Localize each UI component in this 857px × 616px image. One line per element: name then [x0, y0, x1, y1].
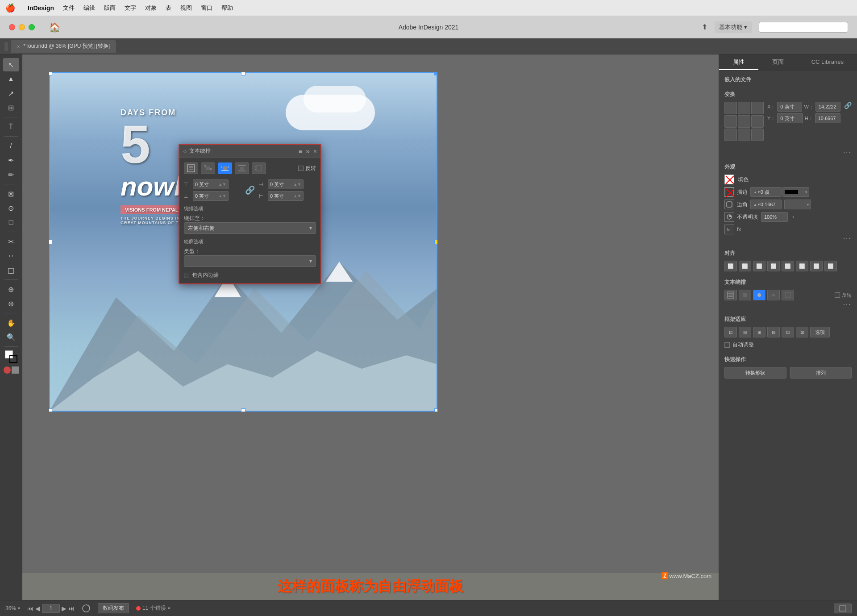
share-icon[interactable]: ⬆ — [702, 23, 707, 31]
handle-tr[interactable] — [434, 72, 437, 75]
pos-tl[interactable] — [724, 102, 737, 114]
tool-rect[interactable]: □ — [3, 216, 19, 229]
top-offset-input[interactable]: 0 英寸 ▲▼ — [193, 179, 229, 189]
menu-edit[interactable]: 编辑 — [83, 4, 95, 12]
fit-frame-to-content[interactable]: ⊟ — [739, 327, 751, 337]
wrap-none-btn[interactable] — [184, 162, 198, 174]
wrap-shape-btn[interactable] — [218, 162, 232, 174]
fit-content-to-frame[interactable]: ⊡ — [724, 327, 737, 337]
w-value[interactable]: 14.2222 — [815, 102, 840, 112]
document-tab[interactable]: × *Tour.indd @ 36% [GPU 预览] [转换] — [11, 40, 116, 53]
tool-line[interactable]: / — [3, 139, 19, 153]
fill-swatch-container[interactable] — [724, 175, 734, 184]
tool-transform[interactable]: ↔ — [3, 249, 19, 262]
pos-mr[interactable] — [751, 115, 764, 128]
preview-mode-btn[interactable] — [834, 604, 852, 613]
menu-table[interactable]: 表 — [166, 4, 171, 12]
tool-select[interactable]: ↖ — [3, 58, 19, 71]
tool-eyedropper[interactable]: ⊕ — [3, 283, 19, 296]
tool-scissors[interactable]: ✂ — [3, 235, 19, 248]
tw-none[interactable] — [724, 290, 737, 300]
canvas-area[interactable]: DAYS FROM 5 nowhe... VISIONS FROM NEPAL … — [22, 54, 719, 600]
tool-zoom[interactable]: 🔍 — [3, 330, 19, 344]
stroke-color-swatch[interactable] — [9, 355, 17, 363]
home-icon[interactable]: 🏠 — [49, 22, 60, 33]
distribute-h[interactable]: ⬜ — [810, 261, 823, 271]
preview-icon[interactable] — [4, 366, 11, 374]
right-offset-input[interactable]: 0 英寸 ▲▼ — [268, 191, 304, 201]
next-page-btn[interactable]: ▶ — [62, 605, 67, 612]
transform-more-btn[interactable]: ··· — [843, 148, 852, 156]
tw-next-col[interactable] — [782, 290, 794, 300]
current-page[interactable]: 1 — [42, 604, 60, 613]
pos-bl[interactable] — [724, 129, 737, 141]
include-inside-checkbox[interactable] — [184, 273, 189, 278]
more-opacity-icon[interactable]: › — [792, 214, 794, 220]
tw-jump[interactable] — [767, 290, 780, 300]
tool-pencil[interactable]: ✏ — [3, 168, 19, 181]
panel-gripper[interactable] — [4, 42, 8, 51]
tool-gap[interactable]: ⊞ — [3, 101, 19, 114]
wrap-bbox-btn[interactable] — [201, 162, 215, 174]
stroke-type-dropdown[interactable]: ▾ — [782, 187, 809, 197]
align-bottom[interactable]: ⬜ — [796, 261, 808, 271]
menu-file[interactable]: 文件 — [63, 4, 75, 12]
arrange-btn[interactable]: 排列 — [790, 367, 852, 379]
tool-ellipse-frame[interactable]: ⊙ — [3, 201, 19, 215]
menu-text[interactable]: 文字 — [125, 4, 136, 12]
pos-br[interactable] — [751, 129, 764, 141]
text-wrap-more-btn[interactable]: ··· — [843, 300, 852, 308]
minimize-button[interactable] — [19, 24, 25, 30]
align-center-v[interactable]: ⬜ — [782, 261, 794, 271]
tab-pages[interactable]: 页面 — [758, 54, 798, 70]
pos-tc[interactable] — [738, 102, 750, 114]
distribute-v[interactable]: ⬜ — [824, 261, 837, 271]
align-center-h[interactable]: ⬜ — [739, 261, 751, 271]
link-icon[interactable]: 🔗 — [244, 185, 256, 195]
panel-close-button[interactable]: × — [313, 148, 317, 155]
menu-view[interactable]: 视图 — [180, 4, 192, 12]
tool-direct-select[interactable]: ▲ — [3, 72, 19, 86]
wrap-to-dropdown[interactable]: 左侧和右侧 ▾ — [184, 222, 316, 234]
close-button[interactable] — [9, 24, 15, 30]
wrap-jump-btn[interactable] — [235, 162, 249, 174]
fx-button[interactable]: fx — [737, 226, 741, 233]
x-value[interactable]: 0 英寸 — [777, 102, 802, 112]
frame-fit-options-btn[interactable]: 选项 — [810, 327, 830, 337]
menu-object[interactable]: 对象 — [145, 4, 157, 12]
prev-page-btn[interactable]: ◀ — [35, 605, 40, 612]
y-value[interactable]: 0 英寸 — [777, 113, 803, 123]
center-content[interactable]: ⊡ — [782, 327, 794, 337]
app-menu[interactable]: InDesign — [28, 4, 54, 12]
first-page-btn[interactable]: ⏮ — [27, 605, 33, 612]
type-dropdown[interactable]: ▾ — [184, 255, 316, 267]
stroke-swatch-container[interactable] — [724, 187, 734, 197]
pos-bc[interactable] — [738, 129, 750, 141]
pos-tr[interactable] — [751, 102, 764, 114]
auto-adjust-checkbox[interactable] — [724, 342, 730, 348]
align-top[interactable]: ⬜ — [767, 261, 780, 271]
fill-frame-proportionally[interactable]: ⊟ — [767, 327, 780, 337]
align-left[interactable]: ⬜ — [724, 261, 737, 271]
tab-properties[interactable]: 属性 — [719, 54, 758, 70]
clear-frame-fitting[interactable]: ⊠ — [796, 327, 808, 337]
apple-menu[interactable]: 🍎 — [5, 3, 15, 13]
tool-gradient[interactable]: ◫ — [3, 263, 19, 277]
preflight-icon[interactable] — [82, 604, 91, 613]
pos-mc[interactable] — [738, 115, 750, 128]
tab-cc-libraries[interactable]: CC Libraries — [798, 54, 857, 70]
wrap-next-col-btn[interactable] — [252, 162, 266, 174]
tool-page[interactable]: ↗ — [3, 87, 19, 100]
corner-radius-input[interactable]: ▲▼ 0.1667 — [750, 200, 782, 209]
left-offset-input[interactable]: 0 英寸 ▲▼ — [268, 179, 304, 189]
bottom-offset-input[interactable]: 0 英寸 ▲▼ — [193, 191, 229, 201]
publish-dropdown[interactable]: 数码发布 — [98, 603, 129, 613]
tool-measure[interactable]: ⊕ — [3, 297, 19, 310]
search-input[interactable] — [759, 22, 848, 33]
panel-menu-icon[interactable]: ≡ — [299, 148, 302, 155]
handle-tc[interactable] — [241, 72, 245, 75]
reverse-checkbox[interactable] — [298, 166, 304, 171]
fullscreen-button[interactable] — [29, 24, 35, 30]
tw-reverse-check[interactable] — [835, 292, 840, 298]
tw-shape[interactable] — [753, 290, 765, 300]
